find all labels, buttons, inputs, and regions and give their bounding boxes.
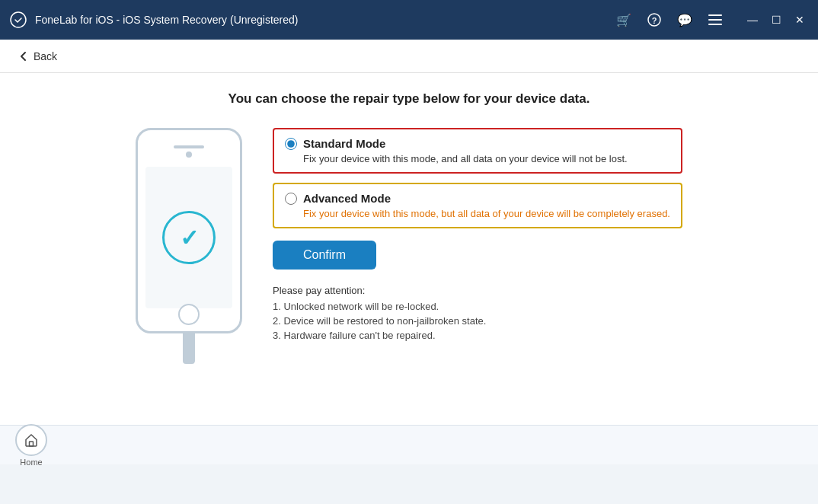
home-icon-circle bbox=[15, 424, 47, 456]
phone-body: ✓ bbox=[136, 128, 242, 333]
footer: Home bbox=[0, 425, 818, 464]
main-content: You can choose the repair type below for… bbox=[0, 73, 818, 464]
home-icon bbox=[24, 432, 39, 448]
phone-camera bbox=[186, 152, 192, 158]
content-area: ✓ Standard Mode Fix your device with thi… bbox=[90, 128, 728, 364]
advanced-mode-header: Advanced Mode bbox=[285, 192, 670, 205]
attention-item-3: 3. Hardware failure can't be repaired. bbox=[273, 330, 682, 341]
close-button[interactable]: ✕ bbox=[791, 12, 809, 27]
phone-home-button bbox=[178, 304, 200, 325]
window-controls: — ☐ ✕ bbox=[743, 12, 809, 27]
svg-rect-4 bbox=[708, 19, 722, 21]
attention-item-2: 2. Device will be restored to non-jailbr… bbox=[273, 315, 682, 327]
advanced-mode-label: Advanced Mode bbox=[303, 192, 391, 205]
phone-check-circle: ✓ bbox=[162, 211, 216, 264]
phone-speaker bbox=[174, 145, 204, 148]
svg-rect-5 bbox=[708, 24, 722, 25]
advanced-mode-radio[interactable] bbox=[285, 193, 297, 205]
standard-mode-description: Fix your device with this mode, and all … bbox=[303, 153, 670, 164]
help-icon-btn[interactable]: ? bbox=[645, 11, 663, 29]
phone-screen: ✓ bbox=[145, 167, 232, 308]
chat-icon-btn[interactable]: 💬 bbox=[676, 11, 694, 29]
back-bar: Back bbox=[0, 40, 818, 73]
app-title: FoneLab for iOS - iOS System Recovery (U… bbox=[35, 14, 298, 26]
svg-rect-6 bbox=[30, 442, 34, 446]
cart-icon-btn[interactable]: 🛒 bbox=[615, 11, 633, 29]
title-bar: FoneLab for iOS - iOS System Recovery (U… bbox=[0, 0, 818, 40]
phone-illustration: ✓ bbox=[136, 128, 242, 364]
home-button[interactable]: Home bbox=[15, 424, 47, 467]
attention-title: Please pay attention: bbox=[273, 285, 682, 296]
maximize-button[interactable]: ☐ bbox=[767, 12, 786, 27]
svg-point-0 bbox=[11, 12, 26, 27]
svg-rect-3 bbox=[708, 14, 722, 16]
back-arrow-icon bbox=[18, 51, 29, 62]
attention-list: 1. Unlocked network will be re-locked. 2… bbox=[273, 301, 682, 341]
advanced-mode-box: Advanced Mode Fix your device with this … bbox=[273, 183, 682, 228]
standard-mode-label: Standard Mode bbox=[303, 137, 385, 150]
svg-text:?: ? bbox=[652, 16, 657, 25]
standard-mode-header: Standard Mode bbox=[285, 137, 670, 150]
menu-icon-btn[interactable] bbox=[706, 11, 724, 29]
standard-mode-radio[interactable] bbox=[285, 138, 297, 150]
advanced-mode-description: Fix your device with this mode, but all … bbox=[303, 208, 670, 219]
title-bar-left: FoneLab for iOS - iOS System Recovery (U… bbox=[9, 11, 298, 29]
title-bar-right: 🛒 ? 💬 — ☐ ✕ bbox=[615, 11, 809, 29]
home-label: Home bbox=[20, 458, 42, 467]
page-title: You can choose the repair type below for… bbox=[228, 91, 590, 107]
options-area: Standard Mode Fix your device with this … bbox=[273, 128, 682, 344]
standard-mode-box: Standard Mode Fix your device with this … bbox=[273, 128, 682, 174]
attention-item-1: 1. Unlocked network will be re-locked. bbox=[273, 301, 682, 312]
back-label: Back bbox=[34, 50, 57, 62]
attention-section: Please pay attention: 1. Unlocked networ… bbox=[273, 285, 682, 344]
checkmark-icon: ✓ bbox=[180, 225, 199, 251]
back-button[interactable]: Back bbox=[12, 47, 66, 65]
confirm-button[interactable]: Confirm bbox=[273, 241, 376, 270]
app-icon bbox=[9, 11, 27, 29]
phone-connector bbox=[183, 333, 195, 364]
minimize-button[interactable]: — bbox=[743, 12, 762, 27]
